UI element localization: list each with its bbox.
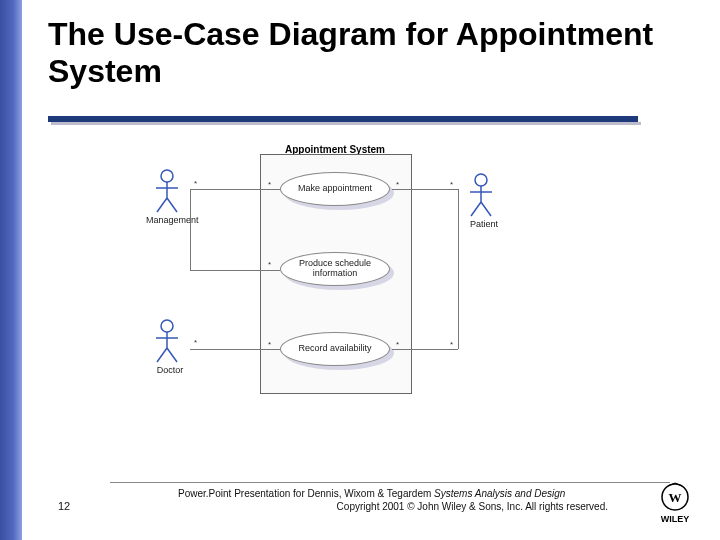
svg-text:W: W bbox=[669, 490, 682, 505]
svg-point-10 bbox=[475, 174, 487, 186]
actor-label: Doctor bbox=[146, 365, 194, 375]
use-case-produce-schedule: Produce schedule information bbox=[280, 252, 390, 286]
brand-text: WILEY bbox=[661, 514, 690, 524]
slide-number: 12 bbox=[58, 500, 70, 512]
person-icon bbox=[146, 168, 188, 214]
actor-management: Management bbox=[146, 168, 194, 225]
use-case-make-appointment: Make appointment bbox=[280, 172, 390, 206]
multiplicity-star: * bbox=[268, 260, 271, 269]
multiplicity-star: * bbox=[194, 338, 197, 347]
slide-title: The Use-Case Diagram for Appointment Sys… bbox=[48, 16, 690, 90]
actor-label: Management bbox=[146, 215, 194, 225]
svg-line-4 bbox=[167, 198, 177, 212]
connector bbox=[190, 189, 280, 190]
title-underline bbox=[48, 116, 638, 122]
connector bbox=[392, 349, 458, 350]
multiplicity-star: * bbox=[396, 180, 399, 189]
connector bbox=[190, 270, 280, 271]
wiley-logo-icon: W WILEY bbox=[648, 482, 702, 524]
multiplicity-star: * bbox=[450, 180, 453, 189]
svg-point-5 bbox=[161, 320, 173, 332]
use-case-diagram: Appointment System Make appointment Prod… bbox=[130, 148, 510, 410]
actor-patient: Patient bbox=[460, 172, 508, 229]
multiplicity-star: * bbox=[268, 180, 271, 189]
slide: The Use-Case Diagram for Appointment Sys… bbox=[0, 0, 720, 540]
connector bbox=[458, 189, 459, 349]
footer-divider bbox=[110, 482, 670, 483]
copyright-text: Copyright 2001 © John Wiley & Sons, Inc.… bbox=[178, 501, 608, 514]
actor-doctor: Doctor bbox=[146, 318, 194, 375]
footer-credit: Power.Point Presentation for Dennis, Wix… bbox=[178, 488, 608, 513]
use-case-record-availability: Record availability bbox=[280, 332, 390, 366]
connector bbox=[190, 349, 280, 350]
svg-point-0 bbox=[161, 170, 173, 182]
credit-text: Power.Point Presentation for Dennis, Wix… bbox=[178, 488, 434, 499]
actor-label: Patient bbox=[460, 219, 508, 229]
multiplicity-star: * bbox=[396, 340, 399, 349]
multiplicity-star: * bbox=[450, 340, 453, 349]
multiplicity-star: * bbox=[194, 179, 197, 188]
svg-line-9 bbox=[167, 348, 177, 362]
connector bbox=[392, 189, 458, 190]
svg-line-13 bbox=[471, 202, 481, 216]
multiplicity-star: * bbox=[268, 340, 271, 349]
side-accent-bar bbox=[0, 0, 22, 540]
svg-line-3 bbox=[157, 198, 167, 212]
person-icon bbox=[146, 318, 188, 364]
book-title: Systems Analysis and Design bbox=[434, 488, 565, 499]
person-icon bbox=[460, 172, 502, 218]
svg-line-14 bbox=[481, 202, 491, 216]
publisher-logo: W WILEY bbox=[648, 482, 702, 524]
connector bbox=[190, 190, 191, 270]
svg-line-8 bbox=[157, 348, 167, 362]
